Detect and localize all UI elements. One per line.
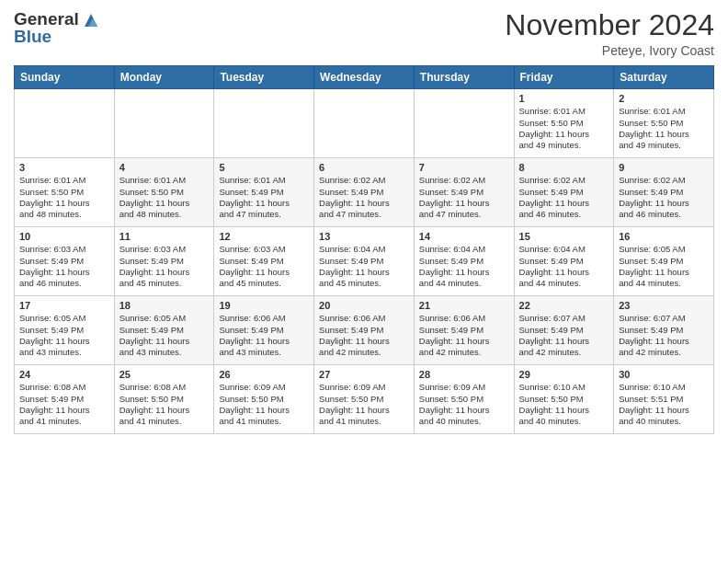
calendar-cell: 4Sunrise: 6:01 AMSunset: 5:50 PMDaylight… xyxy=(114,158,214,227)
sunset-info: and 49 minutes. xyxy=(619,140,709,151)
daylight-hours: Daylight: 11 hours xyxy=(519,405,609,416)
calendar-week-1: 1Sunrise: 6:01 AMSunset: 5:50 PMDaylight… xyxy=(15,89,714,158)
calendar-cell xyxy=(15,89,115,158)
sunset-info: Sunset: 5:49 PM xyxy=(619,187,709,198)
daylight-hours: Daylight: 11 hours xyxy=(519,129,609,140)
daylight-hours: Daylight: 11 hours xyxy=(319,198,409,209)
sunset-info: Sunset: 5:51 PM xyxy=(619,394,709,405)
calendar-cell xyxy=(114,89,214,158)
day-number: 27 xyxy=(319,369,409,380)
day-number: 16 xyxy=(619,231,709,242)
day-number: 6 xyxy=(319,162,409,173)
calendar-cell: 13Sunrise: 6:04 AMSunset: 5:49 PMDayligh… xyxy=(314,227,415,296)
weekday-header-thursday: Thursday xyxy=(414,66,514,89)
calendar-week-2: 3Sunrise: 6:01 AMSunset: 5:50 PMDaylight… xyxy=(15,158,714,227)
calendar-cell: 29Sunrise: 6:10 AMSunset: 5:50 PMDayligh… xyxy=(514,365,614,434)
day-number: 1 xyxy=(519,93,609,104)
day-number: 3 xyxy=(19,162,109,173)
title-block: November 2024 Peteye, Ivory Coast xyxy=(505,9,714,58)
sunset-info: and 49 minutes. xyxy=(519,140,609,151)
daylight-hours: Daylight: 11 hours xyxy=(619,405,709,416)
sunrise-info: Sunrise: 6:09 AM xyxy=(419,382,509,393)
weekday-header-monday: Monday xyxy=(114,66,214,89)
sunrise-info: Sunrise: 6:01 AM xyxy=(219,175,309,186)
daylight-hours: Daylight: 11 hours xyxy=(19,336,109,347)
day-number: 2 xyxy=(619,93,709,104)
sunrise-info: Sunrise: 6:01 AM xyxy=(19,175,109,186)
calendar-cell: 2Sunrise: 6:01 AMSunset: 5:50 PMDaylight… xyxy=(614,89,714,158)
sunset-info: and 48 minutes. xyxy=(119,209,210,220)
sunrise-info: Sunrise: 6:10 AM xyxy=(619,382,709,393)
sunset-info: and 41 minutes. xyxy=(19,416,109,427)
sunset-info: Sunset: 5:49 PM xyxy=(219,256,309,267)
sunrise-info: Sunrise: 6:07 AM xyxy=(519,313,609,324)
calendar-table: SundayMondayTuesdayWednesdayThursdayFrid… xyxy=(14,65,714,434)
day-number: 11 xyxy=(119,231,210,242)
sunset-info: Sunset: 5:50 PM xyxy=(219,394,309,405)
sunset-info: and 42 minutes. xyxy=(419,347,509,358)
sunset-info: Sunset: 5:50 PM xyxy=(419,394,509,405)
sunset-info: and 43 minutes. xyxy=(119,347,210,358)
sunset-info: Sunset: 5:49 PM xyxy=(19,394,109,405)
page: General Blue November 2024 Peteye, Ivory… xyxy=(0,0,728,563)
day-number: 24 xyxy=(19,369,109,380)
sunrise-info: Sunrise: 6:02 AM xyxy=(519,175,609,186)
day-number: 30 xyxy=(619,369,709,380)
sunset-info: Sunset: 5:49 PM xyxy=(419,256,509,267)
daylight-hours: Daylight: 11 hours xyxy=(619,336,709,347)
day-number: 15 xyxy=(519,231,609,242)
sunset-info: Sunset: 5:49 PM xyxy=(419,325,509,336)
sunrise-info: Sunrise: 6:08 AM xyxy=(119,382,210,393)
sunrise-info: Sunrise: 6:04 AM xyxy=(419,244,509,255)
sunset-info: Sunset: 5:49 PM xyxy=(319,187,409,198)
sunrise-info: Sunrise: 6:09 AM xyxy=(219,382,309,393)
sunrise-info: Sunrise: 6:02 AM xyxy=(319,175,409,186)
sunset-info: and 45 minutes. xyxy=(319,278,409,289)
day-number: 8 xyxy=(519,162,609,173)
calendar-cell: 23Sunrise: 6:07 AMSunset: 5:49 PMDayligh… xyxy=(614,296,714,365)
daylight-hours: Daylight: 11 hours xyxy=(419,405,509,416)
weekday-header-sunday: Sunday xyxy=(15,66,115,89)
sunset-info: Sunset: 5:49 PM xyxy=(419,187,509,198)
calendar-cell xyxy=(414,89,514,158)
daylight-hours: Daylight: 11 hours xyxy=(219,336,309,347)
daylight-hours: Daylight: 11 hours xyxy=(419,336,509,347)
daylight-hours: Daylight: 11 hours xyxy=(519,198,609,209)
calendar-cell: 16Sunrise: 6:05 AMSunset: 5:49 PMDayligh… xyxy=(614,227,714,296)
daylight-hours: Daylight: 11 hours xyxy=(219,198,309,209)
sunset-info: and 42 minutes. xyxy=(319,347,409,358)
calendar-cell: 18Sunrise: 6:05 AMSunset: 5:49 PMDayligh… xyxy=(114,296,214,365)
sunset-info: Sunset: 5:49 PM xyxy=(519,187,609,198)
daylight-hours: Daylight: 11 hours xyxy=(19,198,109,209)
sunset-info: Sunset: 5:49 PM xyxy=(119,256,210,267)
daylight-hours: Daylight: 11 hours xyxy=(19,405,109,416)
calendar-cell: 8Sunrise: 6:02 AMSunset: 5:49 PMDaylight… xyxy=(514,158,614,227)
calendar-cell: 3Sunrise: 6:01 AMSunset: 5:50 PMDaylight… xyxy=(15,158,115,227)
day-number: 10 xyxy=(19,231,109,242)
sunrise-info: Sunrise: 6:04 AM xyxy=(319,244,409,255)
sunset-info: and 40 minutes. xyxy=(419,416,509,427)
sunset-info: Sunset: 5:49 PM xyxy=(19,325,109,336)
sunset-info: and 45 minutes. xyxy=(219,278,309,289)
calendar-week-3: 10Sunrise: 6:03 AMSunset: 5:49 PMDayligh… xyxy=(15,227,714,296)
location: Peteye, Ivory Coast xyxy=(505,43,714,58)
sunrise-info: Sunrise: 6:06 AM xyxy=(419,313,509,324)
calendar-cell: 27Sunrise: 6:09 AMSunset: 5:50 PMDayligh… xyxy=(314,365,415,434)
sunset-info: Sunset: 5:50 PM xyxy=(519,394,609,405)
sunset-info: and 46 minutes. xyxy=(519,209,609,220)
sunset-info: Sunset: 5:49 PM xyxy=(519,325,609,336)
sunset-info: Sunset: 5:49 PM xyxy=(219,187,309,198)
sunrise-info: Sunrise: 6:03 AM xyxy=(19,244,109,255)
sunset-info: and 47 minutes. xyxy=(219,209,309,220)
logo: General Blue xyxy=(14,9,101,47)
sunrise-info: Sunrise: 6:01 AM xyxy=(619,106,709,117)
sunset-info: and 44 minutes. xyxy=(519,278,609,289)
calendar-week-4: 17Sunrise: 6:05 AMSunset: 5:49 PMDayligh… xyxy=(15,296,714,365)
sunset-info: and 46 minutes. xyxy=(619,209,709,220)
calendar-cell: 28Sunrise: 6:09 AMSunset: 5:50 PMDayligh… xyxy=(414,365,514,434)
daylight-hours: Daylight: 11 hours xyxy=(419,198,509,209)
sunset-info: Sunset: 5:49 PM xyxy=(119,325,210,336)
daylight-hours: Daylight: 11 hours xyxy=(519,267,609,278)
sunrise-info: Sunrise: 6:05 AM xyxy=(19,313,109,324)
sunrise-info: Sunrise: 6:07 AM xyxy=(619,313,709,324)
